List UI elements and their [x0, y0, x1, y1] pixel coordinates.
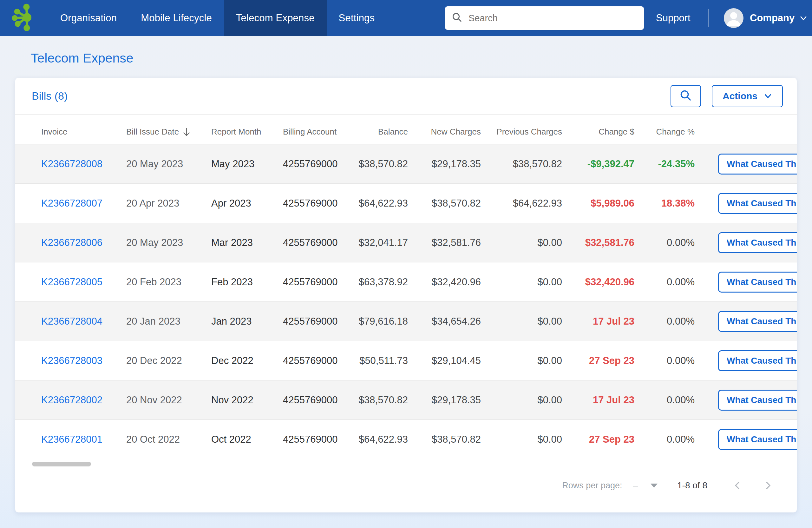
- invoice-link[interactable]: K2366728006: [41, 237, 102, 248]
- pagination-range-label: 1-8 of 8: [677, 481, 707, 490]
- card-header-actions: Actions: [670, 85, 783, 107]
- new-charges-cell: $29,178.35: [408, 395, 481, 406]
- actions-button-label: Actions: [723, 91, 757, 102]
- avatar: [724, 8, 743, 28]
- report-month-cell: Nov 2022: [211, 395, 283, 406]
- invoice-link[interactable]: K2366728004: [41, 316, 102, 327]
- change-amount-cell: 17 Jul 23: [562, 316, 634, 327]
- column-header-billing-account[interactable]: Billing Account: [283, 127, 354, 137]
- what-caused-this-button[interactable]: What Caused This?: [718, 154, 797, 174]
- change-amount-cell: 17 Jul 23: [562, 395, 634, 406]
- change-percent-cell: 0.00%: [634, 355, 695, 367]
- next-page-button[interactable]: [763, 480, 773, 491]
- table-row: K2366728007 20 Apr 2023 Apr 2023 4255769…: [15, 184, 797, 223]
- bill-issue-date-cell: 20 Apr 2023: [126, 198, 211, 209]
- previous-charges-cell: $64,622.93: [481, 198, 562, 209]
- what-caused-this-button[interactable]: What Caused This?: [718, 193, 797, 214]
- table-row: K2366728003 20 Dec 2022 Dec 2022 4255769…: [15, 341, 797, 381]
- what-caused-this-button[interactable]: What Caused This?: [718, 311, 797, 332]
- change-amount-cell: 27 Sep 23: [562, 355, 634, 367]
- column-header-bill-issue-date[interactable]: Bill Issue Date: [126, 127, 211, 137]
- change-amount-cell: -$9,392.47: [562, 158, 634, 170]
- column-header-invoice[interactable]: Invoice: [41, 127, 126, 137]
- invoice-link[interactable]: K2366728005: [41, 276, 102, 287]
- change-percent-cell: -24.35%: [634, 158, 695, 170]
- account-menu[interactable]: Company: [724, 0, 808, 36]
- table-row: K2366728008 20 May 2023 May 2023 4255769…: [15, 144, 797, 184]
- billing-account-cell: 4255769000: [283, 198, 354, 209]
- table-row: K2366728001 20 Oct 2022 Oct 2022 4255769…: [15, 420, 797, 459]
- action-cell: What Caused This?: [695, 390, 797, 411]
- global-search-box[interactable]: [445, 6, 644, 30]
- change-amount-cell: $32,581.76: [562, 237, 634, 248]
- column-header-balance[interactable]: Balance: [354, 127, 408, 137]
- bill-issue-date-cell: 20 May 2023: [126, 158, 211, 170]
- change-amount-cell: 27 Sep 23: [562, 434, 634, 445]
- action-cell: What Caused This?: [695, 193, 797, 214]
- nav-divider: [708, 9, 709, 27]
- column-header-report-month[interactable]: Report Month: [211, 127, 283, 137]
- what-caused-this-button[interactable]: What Caused This?: [718, 350, 797, 371]
- card-header: Bills (8) Actions: [15, 78, 797, 115]
- billing-account-cell: 4255769000: [283, 316, 354, 327]
- nav-tab-organisation[interactable]: Organisation: [48, 0, 129, 36]
- report-month-cell: Dec 2022: [211, 355, 283, 367]
- bill-issue-date-cell: 20 Jan 2023: [126, 316, 211, 327]
- bill-issue-date-cell: 20 Feb 2023: [126, 276, 211, 288]
- previous-page-button[interactable]: [732, 480, 743, 491]
- top-navigation-bar: Organisation Mobile Lifecycle Telecom Ex…: [0, 0, 812, 36]
- billing-account-cell: 4255769000: [283, 434, 354, 445]
- balance-cell: $38,570.82: [354, 158, 408, 170]
- invoice-link[interactable]: K2366728001: [41, 434, 102, 445]
- new-charges-cell: $29,178.35: [408, 158, 481, 170]
- actions-dropdown-button[interactable]: Actions: [712, 85, 783, 107]
- change-percent-cell: 0.00%: [634, 276, 695, 288]
- nav-tab-telecom-expense[interactable]: Telecom Expense: [224, 0, 327, 36]
- table-body: K2366728008 20 May 2023 May 2023 4255769…: [15, 144, 797, 459]
- invoice-cell: K2366728008: [41, 158, 126, 170]
- rows-per-page-value[interactable]: –: [633, 481, 638, 490]
- column-header-previous-charges[interactable]: Previous Charges: [481, 127, 562, 137]
- balance-cell: $63,378.92: [354, 276, 408, 288]
- column-header-change-percent[interactable]: Change %: [634, 127, 695, 137]
- nav-tab-mobile-lifecycle[interactable]: Mobile Lifecycle: [129, 0, 224, 36]
- change-percent-cell: 18.38%: [634, 198, 695, 209]
- action-cell: What Caused This?: [695, 154, 797, 174]
- what-caused-this-button[interactable]: What Caused This?: [718, 429, 797, 450]
- support-link[interactable]: Support: [656, 0, 691, 36]
- new-charges-cell: $34,654.26: [408, 316, 481, 327]
- billing-account-cell: 4255769000: [283, 158, 354, 170]
- invoice-link[interactable]: K2366728002: [41, 395, 102, 405]
- balance-cell: $64,622.93: [354, 198, 408, 209]
- invoice-cell: K2366728001: [41, 434, 126, 445]
- rows-per-page-dropdown-icon[interactable]: [651, 484, 657, 488]
- sort-descending-arrow-icon: [182, 127, 191, 137]
- nav-tab-settings[interactable]: Settings: [327, 0, 387, 36]
- what-caused-this-button[interactable]: What Caused This?: [718, 390, 797, 411]
- what-caused-this-button[interactable]: What Caused This?: [718, 272, 797, 292]
- action-cell: What Caused This?: [695, 311, 797, 332]
- invoice-cell: K2366728002: [41, 395, 126, 406]
- report-month-cell: Jan 2023: [211, 316, 283, 327]
- search-icon: [451, 12, 463, 25]
- bill-issue-date-cell: 20 May 2023: [126, 237, 211, 248]
- billing-account-cell: 4255769000: [283, 276, 354, 288]
- previous-charges-cell: $0.00: [481, 316, 562, 327]
- table-search-button[interactable]: [670, 85, 701, 107]
- invoice-cell: K2366728004: [41, 316, 126, 327]
- new-charges-cell: $29,104.45: [408, 355, 481, 367]
- invoice-link[interactable]: K2366728008: [41, 158, 102, 169]
- what-caused-this-button[interactable]: What Caused This?: [718, 232, 797, 253]
- horizontal-scrollbar-thumb[interactable]: [32, 462, 91, 467]
- invoice-link[interactable]: K2366728007: [41, 198, 102, 209]
- column-header-new-charges[interactable]: New Charges: [408, 127, 481, 137]
- invoice-link[interactable]: K2366728003: [41, 355, 102, 366]
- balance-cell: $32,041.17: [354, 237, 408, 248]
- molecule-logo-icon: [10, 3, 39, 33]
- change-percent-cell: 0.00%: [634, 395, 695, 406]
- bill-issue-date-cell: 20 Dec 2022: [126, 355, 211, 367]
- search-input[interactable]: [468, 13, 634, 24]
- new-charges-cell: $32,420.96: [408, 276, 481, 288]
- brand-logo[interactable]: [0, 0, 48, 36]
- column-header-change-amount[interactable]: Change $: [562, 127, 634, 137]
